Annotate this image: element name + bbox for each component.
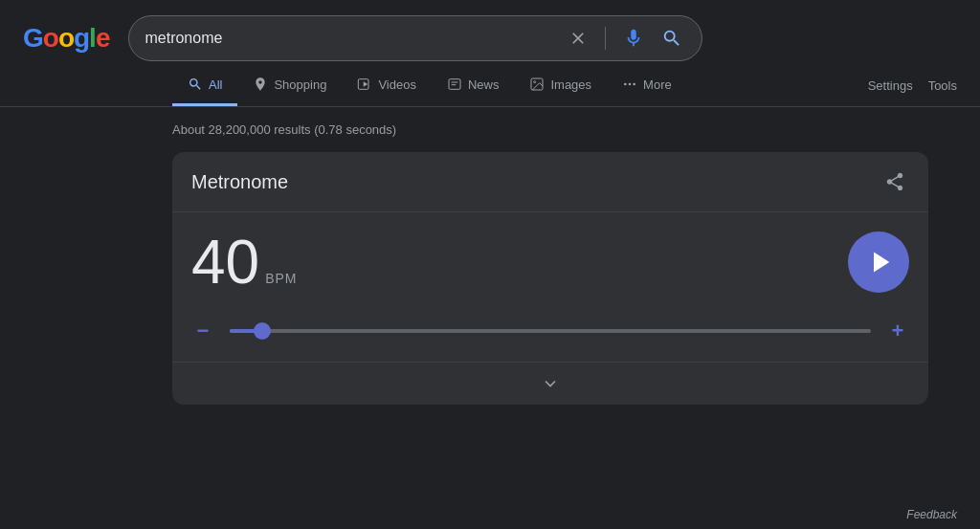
feedback-row: Feedback — [0, 500, 980, 529]
chevron-down-icon — [541, 374, 560, 393]
tab-images-label: Images — [550, 77, 591, 92]
divider — [605, 27, 606, 50]
tab-news-label: News — [468, 77, 500, 92]
tab-more[interactable]: More — [607, 65, 687, 106]
tab-more-label: More — [643, 77, 672, 92]
slider-thumb[interactable] — [254, 322, 271, 340]
results-info: About 28,200,000 results (0.78 seconds) — [172, 122, 957, 137]
bpm-unit: BPM — [265, 271, 297, 286]
search-icon — [661, 28, 682, 49]
svg-point-9 — [633, 83, 635, 86]
search-button[interactable] — [657, 24, 686, 53]
video-icon — [357, 77, 372, 92]
tab-videos-label: Videos — [378, 77, 416, 92]
microphone-icon — [623, 28, 644, 49]
main-content: About 28,200,000 results (0.78 seconds) … — [0, 107, 980, 500]
tab-all[interactable]: All — [172, 65, 237, 106]
tab-all-label: All — [209, 77, 222, 92]
search-bar[interactable] — [128, 15, 702, 61]
svg-marker-10 — [874, 253, 889, 273]
search-icon — [188, 77, 203, 92]
share-icon — [884, 171, 905, 192]
search-input[interactable] — [145, 30, 565, 47]
metronome-card: Metronome 40 BPM − — [172, 152, 928, 405]
shopping-icon — [253, 77, 268, 92]
tab-shopping[interactable]: Shopping — [237, 65, 342, 106]
card-title: Metronome — [191, 171, 288, 193]
header: Google — [0, 0, 980, 61]
svg-rect-2 — [449, 79, 460, 90]
bpm-slider-track[interactable] — [230, 329, 871, 333]
close-icon — [568, 29, 588, 48]
tab-videos[interactable]: Videos — [342, 65, 432, 106]
images-icon — [529, 77, 545, 92]
svg-point-6 — [534, 81, 536, 83]
tools-link[interactable]: Tools — [928, 67, 957, 104]
tab-images[interactable]: Images — [514, 65, 607, 106]
tab-shopping-label: Shopping — [274, 77, 326, 92]
clear-button[interactable] — [565, 25, 591, 52]
play-button[interactable] — [848, 231, 909, 293]
slider-section: − + — [172, 312, 928, 363]
tab-news[interactable]: News — [432, 65, 515, 106]
bpm-value: 40 — [191, 231, 259, 293]
nav-settings-group: Settings Tools — [868, 67, 957, 104]
play-icon — [867, 249, 894, 276]
settings-link[interactable]: Settings — [868, 67, 913, 104]
google-logo: Google — [23, 23, 109, 54]
svg-point-7 — [624, 83, 627, 86]
svg-marker-1 — [364, 81, 368, 86]
card-body: 40 BPM — [172, 212, 928, 312]
feedback-link[interactable]: Feedback — [906, 508, 957, 521]
bpm-display: 40 BPM — [191, 231, 298, 293]
share-button[interactable] — [880, 167, 909, 196]
more-icon — [622, 77, 637, 92]
card-header: Metronome — [172, 152, 928, 212]
svg-point-8 — [629, 83, 632, 86]
news-icon — [447, 77, 462, 92]
nav-tabs: All Shopping Videos News Images — [0, 65, 980, 107]
search-actions — [565, 24, 686, 53]
decrease-bpm-button[interactable]: − — [191, 320, 214, 342]
expand-button[interactable] — [172, 363, 928, 405]
increase-bpm-button[interactable]: + — [886, 320, 909, 342]
voice-search-button[interactable] — [619, 24, 648, 53]
